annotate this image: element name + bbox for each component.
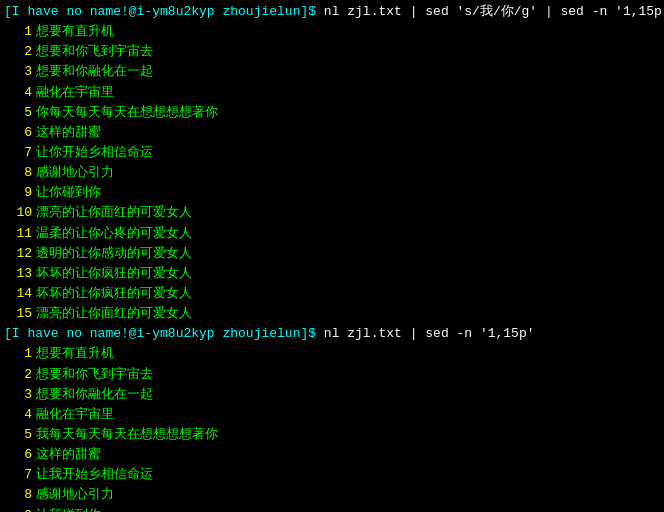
line-text: 想要和你融化在一起 <box>32 385 153 405</box>
line-text: 想要有直升机 <box>32 344 114 364</box>
command-line-2: [I have no name!@i-ym8u2kyp zhoujielun]$… <box>4 324 660 344</box>
output-line: 1想要有直升机 <box>4 344 660 364</box>
line-text: 漂亮的让你面红的可爱女人 <box>32 304 192 324</box>
line-text: 让我开始乡相信命运 <box>32 465 153 485</box>
output-line: 2想要和你飞到宇宙去 <box>4 42 660 62</box>
output-line: 3想要和你融化在一起 <box>4 385 660 405</box>
output-line: 2想要和你飞到宇宙去 <box>4 365 660 385</box>
output-block-2: 1想要有直升机2想要和你飞到宇宙去3想要和你融化在一起4融化在宇宙里5我每天每天… <box>4 344 660 512</box>
line-text: 感谢地心引力 <box>32 485 114 505</box>
output-line: 7让你开始乡相信命运 <box>4 143 660 163</box>
output-line: 13坏坏的让你疯狂的可爱女人 <box>4 264 660 284</box>
terminal: [I have no name!@i-ym8u2kyp zhoujielun]$… <box>0 0 664 512</box>
line-number: 8 <box>4 163 32 183</box>
command-line-1: [I have no name!@i-ym8u2kyp zhoujielun]$… <box>4 2 660 22</box>
output-line: 3想要和你融化在一起 <box>4 62 660 82</box>
line-number: 12 <box>4 244 32 264</box>
line-text: 这样的甜蜜 <box>32 445 101 465</box>
line-number: 5 <box>4 103 32 123</box>
line-number: 1 <box>4 344 32 364</box>
line-number: 6 <box>4 123 32 143</box>
output-line: 8感谢地心引力 <box>4 485 660 505</box>
line-number: 9 <box>4 183 32 203</box>
line-text: 我每天每天每天在想想想想著你 <box>32 425 218 445</box>
line-number: 10 <box>4 203 32 223</box>
output-line: 9让我碰到你 <box>4 506 660 512</box>
line-number: 2 <box>4 365 32 385</box>
line-text: 让你碰到你 <box>32 183 101 203</box>
output-line: 6这样的甜蜜 <box>4 123 660 143</box>
line-number: 7 <box>4 465 32 485</box>
line-number: 3 <box>4 62 32 82</box>
line-text: 想要有直升机 <box>32 22 114 42</box>
output-line: 4融化在宇宙里 <box>4 405 660 425</box>
output-line: 5你每天每天每天在想想想想著你 <box>4 103 660 123</box>
cmd-2: nl zjl.txt | sed -n '1,15p' <box>316 324 534 344</box>
output-line: 7让我开始乡相信命运 <box>4 465 660 485</box>
output-line: 10漂亮的让你面红的可爱女人 <box>4 203 660 223</box>
line-number: 2 <box>4 42 32 62</box>
line-number: 6 <box>4 445 32 465</box>
line-number: 15 <box>4 304 32 324</box>
line-text: 让我碰到你 <box>32 506 101 512</box>
line-text: 想要和你融化在一起 <box>32 62 153 82</box>
line-number: 1 <box>4 22 32 42</box>
line-text: 你每天每天每天在想想想想著你 <box>32 103 218 123</box>
line-text: 融化在宇宙里 <box>32 83 114 103</box>
line-number: 14 <box>4 284 32 304</box>
line-number: 13 <box>4 264 32 284</box>
output-line: 5我每天每天每天在想想想想著你 <box>4 425 660 445</box>
output-block-1: 1想要有直升机2想要和你飞到宇宙去3想要和你融化在一起4融化在宇宙里5你每天每天… <box>4 22 660 324</box>
output-line: 11温柔的让你心疼的可爱女人 <box>4 224 660 244</box>
line-text: 漂亮的让你面红的可爱女人 <box>32 203 192 223</box>
output-line: 14坏坏的让你疯狂的可爱女人 <box>4 284 660 304</box>
line-text: 感谢地心引力 <box>32 163 114 183</box>
line-number: 5 <box>4 425 32 445</box>
prompt-1: [I have no name!@i-ym8u2kyp zhoujielun]$ <box>4 2 316 22</box>
line-text: 坏坏的让你疯狂的可爱女人 <box>32 284 192 304</box>
prompt-2: [I have no name!@i-ym8u2kyp zhoujielun]$ <box>4 324 316 344</box>
output-line: 6这样的甜蜜 <box>4 445 660 465</box>
line-number: 4 <box>4 405 32 425</box>
line-text: 想要和你飞到宇宙去 <box>32 42 153 62</box>
line-text: 坏坏的让你疯狂的可爱女人 <box>32 264 192 284</box>
line-text: 温柔的让你心疼的可爱女人 <box>32 224 192 244</box>
line-number: 8 <box>4 485 32 505</box>
line-text: 透明的让你感动的可爱女人 <box>32 244 192 264</box>
line-text: 让你开始乡相信命运 <box>32 143 153 163</box>
output-line: 15漂亮的让你面红的可爱女人 <box>4 304 660 324</box>
line-number: 9 <box>4 506 32 512</box>
output-line: 1想要有直升机 <box>4 22 660 42</box>
line-number: 4 <box>4 83 32 103</box>
line-number: 11 <box>4 224 32 244</box>
line-text: 融化在宇宙里 <box>32 405 114 425</box>
line-text: 这样的甜蜜 <box>32 123 101 143</box>
line-text: 想要和你飞到宇宙去 <box>32 365 153 385</box>
output-line: 4融化在宇宙里 <box>4 83 660 103</box>
output-line: 8感谢地心引力 <box>4 163 660 183</box>
line-number: 3 <box>4 385 32 405</box>
output-line: 12透明的让你感动的可爱女人 <box>4 244 660 264</box>
line-number: 7 <box>4 143 32 163</box>
cmd-1: nl zjl.txt | sed 's/我/你/g' | sed -n '1,1… <box>316 2 664 22</box>
output-line: 9让你碰到你 <box>4 183 660 203</box>
